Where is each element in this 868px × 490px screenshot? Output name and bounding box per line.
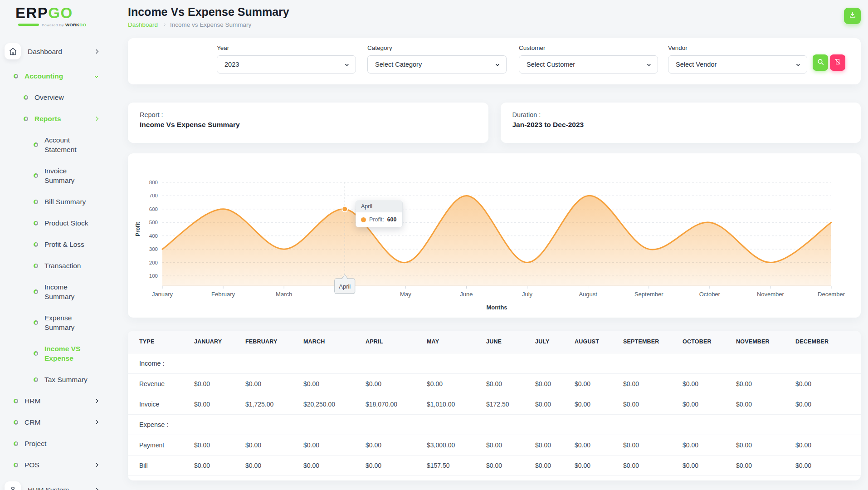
series-marker-icon bbox=[361, 217, 366, 222]
sidebar-item-income-summary[interactable]: Income Summary bbox=[0, 276, 116, 307]
x-axis-label: October bbox=[699, 291, 721, 298]
cell-value: $0.00 bbox=[365, 455, 426, 475]
cell-value: $172.50 bbox=[486, 394, 535, 414]
year-select[interactable]: 2023 bbox=[217, 55, 356, 74]
cell-value: $0.00 bbox=[535, 455, 574, 475]
cell-value: $0.00 bbox=[682, 435, 736, 455]
x-axis-title: Months bbox=[486, 304, 507, 311]
vendor-select[interactable]: Select Vendor bbox=[668, 55, 807, 74]
reset-filter-button[interactable] bbox=[830, 54, 845, 71]
cell-value: $0.00 bbox=[194, 455, 245, 475]
sidebar-item-label: Expense Summary bbox=[44, 313, 98, 332]
cell-value: $0.00 bbox=[245, 455, 303, 475]
column-header-may: MAY bbox=[426, 331, 486, 353]
sidebar-item-accounting[interactable]: Accounting bbox=[0, 65, 116, 87]
chevron-right-icon bbox=[94, 487, 99, 490]
x-axis-label: September bbox=[634, 291, 663, 298]
sidebar: ERPGO Powered By WORKDO DashboardAccount… bbox=[0, 0, 116, 490]
sidebar-item-reports[interactable]: Reports bbox=[0, 108, 116, 129]
sidebar-item-label: Invoice Summary bbox=[44, 166, 98, 185]
column-header-june: JUNE bbox=[486, 331, 535, 353]
sidebar-item-label: Overview bbox=[34, 93, 64, 102]
bullet-icon bbox=[34, 142, 38, 147]
cell-value: $0.00 bbox=[795, 435, 861, 455]
report-card: Report : Income Vs Expense Summary bbox=[128, 103, 488, 143]
cell-value: $0.00 bbox=[535, 435, 574, 455]
sidebar-nav: DashboardAccountingOverviewReportsAccoun… bbox=[0, 37, 116, 490]
sidebar-item-label: Transaction bbox=[44, 261, 81, 270]
marker-dot-icon[interactable] bbox=[342, 206, 347, 212]
bullet-icon bbox=[34, 289, 38, 294]
sidebar-item-dashboard[interactable]: Dashboard bbox=[0, 37, 116, 65]
sidebar-item-invoice-summary[interactable]: Invoice Summary bbox=[0, 160, 116, 191]
cell-value: $157.50 bbox=[426, 455, 486, 475]
sidebar-item-profit-loss[interactable]: Profit & Loss bbox=[0, 234, 116, 255]
chevron-right-icon bbox=[94, 399, 99, 403]
sidebar-item-crm[interactable]: CRM bbox=[0, 412, 116, 433]
x-axis-label: December bbox=[818, 291, 845, 298]
sidebar-item-tax-summary[interactable]: Tax Summary bbox=[0, 369, 116, 390]
filter-vendor: Vendor Select Vendor bbox=[668, 44, 807, 74]
cell-value: $3,000.00 bbox=[426, 435, 486, 455]
filter-year: Year 2023 bbox=[217, 44, 356, 74]
cell-value: $0.00 bbox=[245, 435, 303, 455]
cell-value: $0.00 bbox=[623, 435, 682, 455]
logo-subtitle: Powered By WORKDO bbox=[15, 22, 116, 27]
category-select[interactable]: Select Category bbox=[367, 55, 507, 74]
cell-value: $0.00 bbox=[623, 373, 682, 394]
filter-category: Category Select Category bbox=[367, 44, 507, 74]
sidebar-item-hrm[interactable]: HRM bbox=[0, 390, 116, 412]
cell-value: $0.00 bbox=[365, 435, 426, 455]
cell-value: $0.00 bbox=[535, 373, 574, 394]
cell-value: $0.00 bbox=[486, 435, 535, 455]
filter-customer: Customer Select Customer bbox=[519, 44, 658, 74]
customer-select[interactable]: Select Customer bbox=[519, 55, 658, 74]
sidebar-item-hrm-system[interactable]: HRM System bbox=[0, 475, 116, 490]
vendor-label: Vendor bbox=[668, 44, 807, 51]
cell-value: $0.00 bbox=[574, 435, 623, 455]
cell-value: $0.00 bbox=[194, 373, 245, 394]
sidebar-item-overview[interactable]: Overview bbox=[0, 87, 116, 108]
bullet-icon bbox=[34, 242, 38, 247]
x-axis-label: January bbox=[152, 291, 173, 298]
sidebar-item-pos[interactable]: POS bbox=[0, 454, 116, 475]
sidebar-item-label: HRM bbox=[24, 396, 40, 406]
column-header-november: NOVEMBER bbox=[736, 331, 795, 353]
sidebar-item-label: Product Stock bbox=[44, 218, 88, 228]
bullet-icon bbox=[24, 117, 28, 121]
column-header-january: JANUARY bbox=[194, 331, 245, 353]
user-icon bbox=[5, 481, 21, 490]
sidebar-item-product-stock[interactable]: Product Stock bbox=[0, 212, 116, 234]
sidebar-item-transaction[interactable]: Transaction bbox=[0, 255, 116, 276]
cell-value: $0.00 bbox=[303, 455, 365, 475]
row-type: Invoice bbox=[128, 394, 194, 414]
sidebar-item-label: CRM bbox=[24, 417, 40, 427]
search-icon bbox=[817, 58, 824, 68]
logo[interactable]: ERPGO Powered By WORKDO bbox=[0, 5, 116, 27]
row-type: Revenue bbox=[128, 373, 194, 394]
bullet-icon bbox=[34, 221, 38, 225]
cell-value: $0.00 bbox=[535, 394, 574, 414]
chevron-down-icon bbox=[796, 63, 800, 66]
sidebar-item-income-vs-expense[interactable]: Income VS Expense bbox=[0, 338, 116, 369]
sidebar-item-account-statement[interactable]: Account Statement bbox=[0, 129, 116, 160]
clear-filter-icon bbox=[834, 58, 841, 67]
apply-filter-button[interactable] bbox=[813, 54, 828, 71]
sidebar-item-label: Account Statement bbox=[44, 135, 98, 154]
section-label: Income : bbox=[128, 353, 861, 373]
duration-card: Duration : Jan-2023 to Dec-2023 bbox=[501, 103, 861, 143]
sidebar-item-expense-summary[interactable]: Expense Summary bbox=[0, 307, 116, 338]
powered-by-text: Powered By bbox=[42, 23, 64, 27]
breadcrumb-dashboard-link[interactable]: Dashboard bbox=[128, 21, 158, 28]
page-title: Income Vs Expense Summary bbox=[128, 5, 861, 19]
chevron-right-icon bbox=[94, 117, 99, 121]
cell-value: $1,010.00 bbox=[426, 394, 486, 414]
download-button[interactable] bbox=[844, 8, 861, 24]
sidebar-item-label: Dashboard bbox=[28, 47, 62, 56]
section-row-expense: Expense : bbox=[128, 414, 861, 435]
profit-chart[interactable]: 100200300400500600700800JanuaryFebruaryM… bbox=[128, 157, 861, 314]
income-expense-table-card: TYPEJANUARYFEBRUARYMARCHAPRILMAYJUNEJULY… bbox=[128, 331, 861, 480]
sidebar-item-project[interactable]: Project bbox=[0, 433, 116, 454]
sidebar-item-bill-summary[interactable]: Bill Summary bbox=[0, 191, 116, 212]
row-type: Bill bbox=[128, 455, 194, 475]
